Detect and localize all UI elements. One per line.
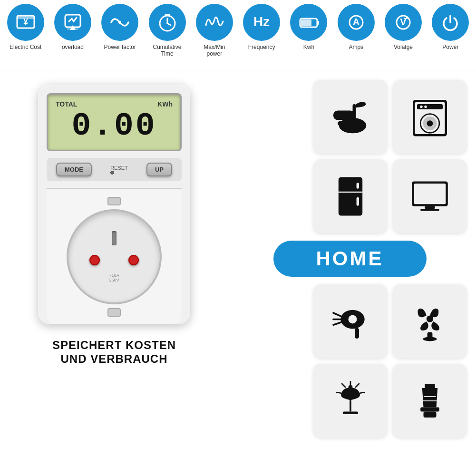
top-item-kwh[interactable]: Kwh: [285, 4, 332, 50]
svg-rect-4: [67, 27, 78, 30]
svg-line-52: [337, 392, 341, 393]
svg-rect-49: [342, 411, 358, 414]
top-item-power[interactable]: Power: [427, 4, 474, 50]
svg-rect-33: [356, 197, 359, 205]
top-item-frequency[interactable]: Hz Frequency: [238, 4, 285, 50]
svg-text:Hz: Hz: [253, 14, 270, 29]
electric-cost-label: Electric Cost: [10, 44, 41, 50]
svg-point-46: [423, 337, 437, 341]
cumulative-time-label: CumulativeTime: [153, 44, 182, 58]
amps-label: Amps: [349, 44, 363, 50]
svg-rect-35: [414, 184, 446, 204]
socket-circle: ~10A250V: [67, 209, 162, 304]
appliance-fan: [393, 284, 466, 358]
lcd-total-label: TOTAL: [56, 100, 77, 108]
svg-rect-13: [301, 19, 311, 26]
svg-rect-56: [420, 407, 439, 411]
svg-point-39: [348, 315, 357, 323]
bottom-text: SPEICHERT KOSTEN UND VERBRAUCH: [52, 339, 176, 366]
svg-line-53: [359, 392, 364, 393]
appliance-blender: [393, 364, 466, 437]
socket-top-tab: [107, 197, 121, 205]
power-factor-icon: [109, 12, 130, 33]
hairdryer-icon: [329, 300, 372, 343]
appliance-washer: [393, 80, 466, 154]
lcd-kwh-label: KWh: [157, 100, 173, 108]
appliance-row-2: [233, 159, 466, 233]
socket-bottom-tab: [107, 308, 121, 317]
lcd-digits: 0.00: [56, 110, 173, 142]
appliance-fridge: [313, 159, 387, 233]
appliance-tv: [393, 159, 466, 233]
top-item-cumulative-time[interactable]: CumulativeTime: [144, 4, 191, 58]
svg-point-47: [348, 385, 352, 389]
voltage-label: Volatge: [394, 44, 413, 50]
amps-icon: A: [346, 12, 367, 33]
electric-cost-icon: ¥: [15, 12, 36, 33]
electric-cost-icon-circle: ¥: [7, 4, 44, 41]
max-min-power-icon: [204, 12, 225, 33]
vacuum-icon: [329, 96, 372, 138]
washer-icon: [408, 96, 451, 138]
top-item-amps[interactable]: A Amps: [332, 4, 379, 50]
voltage-icon-circle: V: [385, 4, 422, 41]
svg-rect-32: [356, 183, 359, 189]
svg-line-41: [333, 313, 341, 316]
svg-rect-2: [17, 16, 34, 19]
blender-icon: [408, 379, 451, 422]
led-indicator: [110, 171, 114, 175]
fridge-icon: [329, 175, 372, 218]
appliance-vacuum: [313, 80, 387, 154]
kwh-label: Kwh: [303, 44, 314, 50]
top-item-power-factor[interactable]: Power factor: [97, 4, 144, 50]
voltage-icon: V: [393, 12, 414, 33]
bottom-text-line1: SPEICHERT KOSTEN: [52, 339, 176, 352]
kwh-icon: [298, 12, 319, 33]
appliance-hairdryer: [313, 284, 387, 358]
appliance-lamp: [313, 364, 387, 437]
lcd-display: TOTAL KWh 0.00: [47, 93, 182, 151]
max-min-power-icon-circle: [196, 4, 233, 41]
appliance-row-1: [233, 80, 466, 154]
power-icon: [440, 12, 461, 33]
main-content: TOTAL KWh 0.00 MODE RESET UP: [0, 70, 476, 476]
socket-text: ~10A250V: [109, 273, 119, 282]
svg-line-43: [333, 322, 341, 324]
top-item-voltage[interactable]: V Volatge: [379, 4, 427, 50]
svg-rect-30: [338, 177, 362, 215]
power-icon-circle: [432, 4, 469, 41]
left-side: TOTAL KWh 0.00 MODE RESET UP: [0, 70, 228, 476]
fan-icon: [408, 300, 451, 343]
home-badge: HOME: [273, 241, 427, 277]
svg-rect-12: [317, 21, 319, 25]
socket-pins-row: [89, 255, 139, 265]
socket-ground-slot: [112, 231, 117, 245]
lcd-labels: TOTAL KWh: [56, 100, 173, 108]
power-factor-label: Power factor: [104, 44, 136, 50]
appliance-row-4: [233, 364, 466, 437]
frequency-icon-circle: Hz: [243, 4, 280, 41]
overload-icon-circle: [54, 4, 91, 41]
cumulative-time-icon-circle: [149, 4, 186, 41]
svg-rect-55: [425, 384, 435, 389]
buttons-area: MODE RESET UP: [47, 158, 182, 181]
up-button[interactable]: UP: [146, 163, 172, 176]
kwh-icon-circle: [290, 4, 327, 41]
power-label: Power: [442, 44, 458, 50]
tv-icon: [408, 175, 451, 218]
frequency-icon: Hz: [251, 12, 272, 33]
svg-rect-20: [333, 110, 355, 120]
home-badge-text: HOME: [316, 247, 384, 270]
max-min-power-label: Max/Minpower: [204, 44, 225, 58]
top-item-electric-cost[interactable]: ¥ Electric Cost: [2, 4, 49, 50]
svg-text:A: A: [352, 17, 359, 27]
appliance-row-3: [233, 284, 466, 358]
top-item-overload[interactable]: overload: [49, 4, 96, 50]
mode-button[interactable]: MODE: [56, 163, 92, 176]
home-badge-row: HOME: [233, 239, 466, 279]
svg-line-50: [342, 384, 345, 387]
svg-rect-40: [355, 328, 359, 339]
top-item-max-min-power[interactable]: Max/Minpower: [191, 4, 238, 58]
top-icon-bar: ¥ Electric Cost overload Power factor: [0, 0, 476, 70]
amps-icon-circle: A: [338, 4, 375, 41]
